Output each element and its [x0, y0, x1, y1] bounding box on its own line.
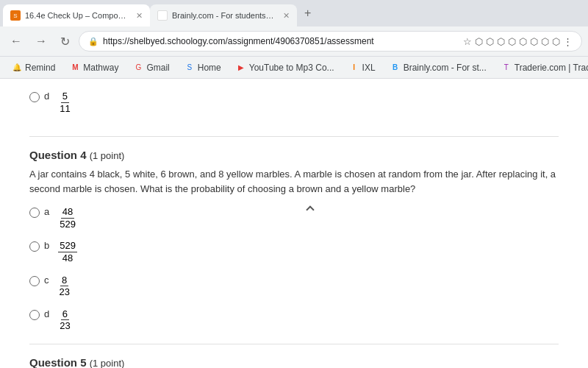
tab-close-brainly[interactable]: ✕	[283, 11, 290, 21]
forward-button[interactable]: →	[31, 32, 51, 51]
bookmarks-bar: 🔔 Remind M Mathway G Gmail S Home ▶ YouT…	[0, 56, 588, 78]
bookmark-gmail[interactable]: G Gmail	[127, 61, 175, 74]
fraction-4b-num: 529	[58, 240, 77, 252]
radio-4b[interactable]	[29, 241, 40, 252]
fraction-prev-d-num: 5	[61, 91, 69, 103]
bookmark-brainly[interactable]: B Brainly.com - For st...	[384, 61, 492, 74]
divider-1	[29, 136, 559, 137]
bookmark-brainly-label: Brainly.com - For st...	[404, 63, 487, 73]
tab-brainly[interactable]: B Brainly.com - For students. By st. ✕	[150, 4, 297, 26]
label-4d: d	[44, 308, 49, 319]
bookmark-remind[interactable]: 🔔 Remind	[6, 61, 61, 74]
radio-prev-d[interactable]	[29, 92, 40, 102]
bookmark-youtube-mp3[interactable]: ▶ YouTube to Mp3 Co...	[230, 61, 340, 74]
fraction-4c-den: 23	[58, 286, 71, 298]
browser-chrome: S 16.4e Check Up – Compound Eve ✕ B Brai…	[0, 0, 588, 79]
label-4a: a	[44, 206, 49, 217]
gmail-favicon: G	[133, 63, 143, 73]
answer-option-4d: d 6 23	[29, 308, 559, 332]
extension-icon-3[interactable]: ⬡	[497, 36, 505, 47]
fraction-4b: 529 48	[58, 240, 77, 263]
fraction-4d-num: 6	[61, 308, 69, 321]
question-4-header: Question 4 (1 point)	[29, 149, 559, 161]
radio-4c[interactable]	[29, 276, 40, 286]
new-tab-button[interactable]: +	[300, 7, 315, 20]
fraction-4d-den: 23	[58, 320, 71, 332]
radio-4d[interactable]	[29, 310, 40, 320]
home-favicon: S	[184, 63, 195, 73]
extension-icon-4[interactable]: ⬡	[508, 36, 516, 47]
tab-favicon-schoology: S	[10, 10, 21, 21]
label-4b: b	[44, 240, 49, 251]
question-4-points: (1 point)	[90, 150, 125, 161]
nav-bar: ← → ↻ 🔒 https://shelbyed.schoology.com/a…	[0, 26, 588, 56]
lock-icon: 🔒	[88, 37, 98, 46]
prev-answer-d: d 5 11	[29, 91, 72, 114]
bookmark-ixl-label: IXL	[362, 63, 376, 73]
question-4-section: Question 4 (1 point) A jar contains 4 bl…	[29, 149, 559, 332]
prev-answer-row: d 5 11	[29, 91, 559, 124]
bookmark-youtube-label: YouTube to Mp3 Co...	[249, 63, 334, 73]
fraction-4a-num: 48	[61, 206, 74, 219]
ixl-favicon: I	[349, 63, 359, 73]
bookmark-remind-label: Remind	[25, 63, 55, 73]
bookmark-traderie-label: Traderie.com | Trad...	[514, 63, 588, 73]
back-button[interactable]: ←	[6, 32, 26, 51]
bookmark-ixl[interactable]: I IXL	[343, 61, 381, 74]
bookmark-home-label: Home	[198, 63, 221, 73]
traderie-favicon: T	[501, 63, 512, 73]
tab-bar: S 16.4e Check Up – Compound Eve ✕ B Brai…	[0, 0, 588, 26]
tab-favicon-brainly: B	[157, 10, 168, 21]
address-text: https://shelbyed.schoology.com/assignmen…	[103, 36, 459, 46]
reload-button[interactable]: ↻	[56, 32, 74, 52]
bookmark-home[interactable]: S Home	[179, 61, 227, 74]
fraction-4c-num: 8	[60, 275, 68, 287]
mathway-favicon: M	[70, 63, 80, 73]
tab-title-brainly: Brainly.com - For students. By st.	[172, 11, 276, 20]
extension-icon-1[interactable]: ⬡	[475, 36, 483, 47]
extension-icon-2[interactable]: ⬡	[486, 36, 494, 47]
star-icon[interactable]: ☆	[463, 36, 472, 47]
extension-icon-5[interactable]: ⬡	[519, 36, 527, 47]
tab-active[interactable]: S 16.4e Check Up – Compound Eve ✕	[3, 4, 150, 26]
answer-option-4b: b 529 48	[29, 240, 559, 263]
fraction-4d: 6 23	[58, 308, 71, 332]
question-4-text: A jar contains 4 black, 5 white, 6 brown…	[29, 167, 559, 196]
fraction-prev-d-den: 11	[58, 103, 71, 115]
answer-option-4a: a 48 529	[29, 206, 559, 230]
tab-close-active[interactable]: ✕	[136, 11, 143, 21]
bookmark-mathway-label: Mathway	[83, 63, 118, 73]
menu-icon[interactable]: ⋮	[563, 36, 573, 47]
extension-icon-6[interactable]: ⬡	[530, 36, 538, 47]
question-5-section: Question 5 (1 point) One bag contains 2 …	[29, 356, 559, 368]
page-content: d 5 11 Question 4 (1 point) A jar contai…	[0, 79, 588, 368]
option-label-prev-d: d	[44, 91, 49, 102]
divider-2	[29, 344, 559, 344]
question-5-header: Question 5 (1 point)	[29, 356, 559, 368]
bookmark-traderie[interactable]: T Traderie.com | Trad...	[495, 61, 588, 74]
address-bar[interactable]: 🔒 https://shelbyed.schoology.com/assignm…	[79, 31, 582, 52]
question-4-label: Question 4	[29, 149, 87, 161]
fraction-4a-den: 529	[58, 219, 77, 230]
bookmark-gmail-label: Gmail	[146, 63, 169, 73]
answer-option-4c: c 8 23	[29, 275, 559, 298]
address-right-icons: ☆ ⬡ ⬡ ⬡ ⬡ ⬡ ⬡ ⬡ ⬡ ⋮	[463, 36, 573, 47]
fraction-4b-den: 48	[61, 252, 74, 264]
fraction-prev-d: 5 11	[58, 91, 71, 114]
label-4c: c	[44, 275, 49, 286]
question-5-label: Question 5	[29, 356, 87, 368]
brainly-bookmark-favicon: B	[390, 63, 401, 73]
radio-4a[interactable]	[29, 208, 40, 218]
bookmark-mathway[interactable]: M Mathway	[64, 61, 124, 74]
fraction-4c: 8 23	[58, 275, 71, 298]
extension-icon-7[interactable]: ⬡	[541, 36, 549, 47]
fraction-4a: 48 529	[58, 206, 77, 230]
question-5-points: (1 point)	[90, 358, 125, 368]
tab-title-active: 16.4e Check Up – Compound Eve	[25, 11, 129, 20]
youtube-favicon: ▶	[236, 63, 246, 73]
extension-icon-8[interactable]: ⬡	[552, 36, 560, 47]
remind-favicon: 🔔	[12, 63, 22, 73]
